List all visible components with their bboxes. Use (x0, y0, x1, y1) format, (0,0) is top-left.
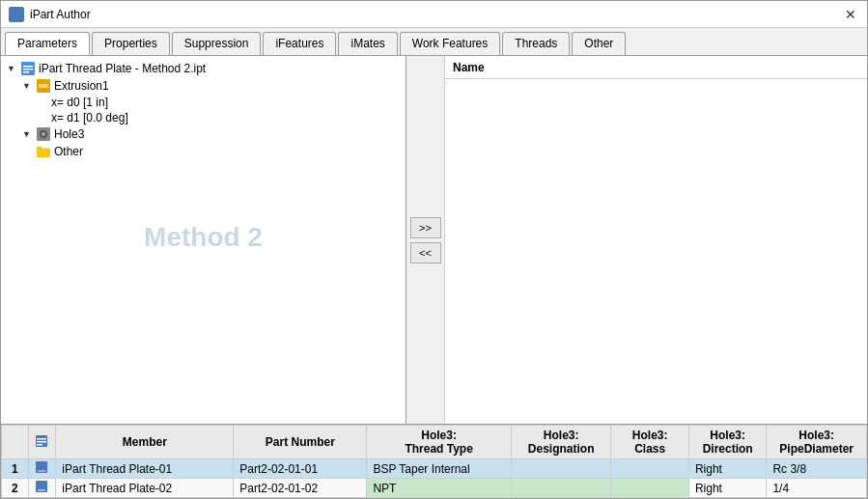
d1-label: x= d1 [0.0 deg] (51, 111, 128, 125)
right-panel: Name (445, 56, 867, 424)
col-header-direction: Hole3:Direction (688, 426, 767, 459)
tab-suppression[interactable]: Suppression (172, 32, 262, 55)
row1-member: iPart Thread Plate-01 (56, 459, 234, 479)
close-button[interactable]: ✕ (842, 6, 859, 23)
main-content: ▼ iPart Thread Plate - Method 2.ipt (1, 56, 867, 424)
tab-properties[interactable]: Properties (92, 32, 170, 55)
extrusion1-label: Extrusion1 (54, 79, 109, 93)
col-header-part-number: Part Number (234, 426, 367, 459)
svg-rect-1 (23, 66, 33, 68)
root-file-icon (20, 61, 36, 76)
table-row[interactable]: 2 iPart Thread Plate-02 Part2-02-01-02 N… (2, 479, 867, 498)
svg-rect-11 (37, 438, 46, 440)
tab-threads[interactable]: Threads (502, 32, 570, 55)
tab-parameters[interactable]: Parameters (5, 32, 90, 55)
row1-designation (511, 459, 611, 479)
col-header-pipe-diameter: Hole3:PipeDiameter (767, 426, 867, 459)
bottom-section: Member Part Number Hole3:Thread Type Hol… (1, 424, 867, 498)
row1-thread-type: BSP Taper Internal (367, 459, 512, 479)
svg-rect-9 (37, 150, 50, 157)
right-header: Name (445, 56, 867, 79)
row1-part-number: Part2-02-01-01 (234, 459, 367, 479)
svg-rect-15 (38, 470, 45, 472)
row1-pipe-diameter: Rc 3/8 (767, 459, 867, 479)
row2-pipe-diameter: 1/4 (767, 479, 867, 498)
extrusion1-expand-icon: ▼ (22, 81, 36, 91)
col-header-designation: Hole3:Designation (511, 426, 611, 459)
tab-other[interactable]: Other (572, 32, 626, 55)
ipart-author-window: iPart Author ✕ Parameters Properties Sup… (0, 0, 868, 499)
row1-class (611, 459, 689, 479)
row2-num: 2 (2, 479, 29, 498)
hole3-expand-icon: ▼ (22, 129, 36, 139)
row1-direction: Right (688, 459, 767, 479)
method2-watermark: Method 2 (144, 221, 263, 252)
row2-part-number: Part2-02-01-02 (234, 479, 367, 498)
tree-hole3[interactable]: ▼ Hole3 (5, 125, 402, 143)
right-content-area (445, 79, 867, 424)
forward-arrow-button[interactable]: >> (410, 217, 441, 238)
row2-direction: Right (688, 479, 767, 498)
arrow-buttons: >> << (406, 56, 445, 424)
name-column-header: Name (453, 61, 485, 74)
root-expand-icon: ▼ (7, 64, 20, 73)
window-title: iPart Author (30, 8, 91, 21)
svg-point-8 (42, 132, 45, 136)
middle-section: >> << Name (406, 56, 867, 424)
row1-icon (28, 459, 56, 479)
extrusion1-icon (36, 78, 51, 94)
backward-arrow-button[interactable]: << (410, 242, 441, 263)
other-label: Other (54, 145, 83, 158)
tree-d1[interactable]: x= d1 [0.0 deg] (5, 110, 402, 125)
upper-right: >> << Name (406, 56, 867, 424)
row2-member: iPart Thread Plate-02 (56, 479, 234, 498)
col-header-member: Member (56, 426, 234, 459)
svg-rect-13 (37, 444, 42, 446)
row2-designation (511, 479, 611, 498)
row2-class (611, 479, 689, 498)
root-label: iPart Thread Plate - Method 2.ipt (39, 62, 206, 75)
tab-ifeatures[interactable]: iFeatures (263, 32, 336, 55)
tree-d0[interactable]: x= d0 [1 in] (5, 95, 402, 110)
svg-rect-5 (39, 84, 48, 88)
tab-imates[interactable]: iMates (338, 32, 397, 55)
svg-rect-3 (23, 71, 29, 73)
tree-root[interactable]: ▼ iPart Thread Plate - Method 2.ipt (5, 60, 402, 77)
row1-num: 1 (2, 459, 29, 479)
title-bar: iPart Author ✕ (1, 1, 867, 28)
row2-thread-type: NPT (367, 479, 512, 498)
tree-area: ▼ iPart Thread Plate - Method 2.ipt (1, 56, 406, 164)
col-header-rownum (2, 426, 29, 459)
tree-other[interactable]: Other (5, 143, 402, 160)
col-header-icon (28, 426, 56, 459)
svg-rect-2 (23, 69, 33, 70)
tab-work-features[interactable]: Work Features (400, 32, 500, 55)
tree-extrusion1[interactable]: ▼ Extrusion1 (5, 77, 402, 95)
col-header-thread-type: Hole3:Thread Type (367, 426, 512, 459)
hole3-label: Hole3 (54, 127, 84, 141)
app-icon (9, 7, 24, 22)
svg-rect-12 (37, 441, 46, 443)
tabs-bar: Parameters Properties Suppression iFeatu… (1, 28, 867, 56)
svg-rect-17 (38, 489, 45, 491)
d0-label: x= d0 [1 in] (51, 96, 108, 109)
row2-icon (28, 479, 56, 498)
ipart-table: Member Part Number Hole3:Thread Type Hol… (1, 425, 867, 498)
title-bar-left: iPart Author (9, 7, 91, 22)
left-panel: ▼ iPart Thread Plate - Method 2.ipt (1, 56, 406, 424)
other-folder-icon (36, 144, 51, 159)
table-container: Member Part Number Hole3:Thread Type Hol… (1, 425, 867, 498)
col-header-class: Hole3:Class (611, 426, 689, 459)
hole3-icon (36, 126, 51, 142)
table-row[interactable]: 1 iPart Thread Plate-01 Part2-02-01-01 B… (2, 459, 867, 479)
